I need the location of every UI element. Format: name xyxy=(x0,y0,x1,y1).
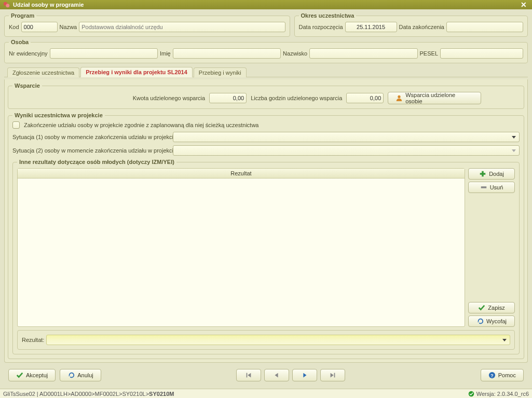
last-icon xyxy=(329,372,336,379)
button-pomoc-label: Pomoc xyxy=(498,372,516,378)
fieldset-wyniki: Wyniki uczestnictwa w projekcie Zakończe… xyxy=(8,112,524,359)
input-imie[interactable] xyxy=(173,48,281,59)
label-data-start: Data rozpoczęcia xyxy=(299,24,343,30)
input-data-start[interactable] xyxy=(345,22,397,32)
chevron-down-icon xyxy=(512,149,516,152)
label-zakonczenie: Zakończenie udziału osoby w projekcie zg… xyxy=(24,122,258,128)
next-icon xyxy=(301,372,308,379)
input-nazwa[interactable] xyxy=(79,22,285,32)
svg-text:?: ? xyxy=(490,373,493,378)
person-icon xyxy=(395,94,403,102)
status-path: GliTsSuse02 | AD0001LH>AD0000>MF0002L>SY… xyxy=(3,391,468,397)
button-zapisz[interactable]: Zapisz xyxy=(468,302,515,313)
fieldset-osoba: Osoba Nr ewidencyjny Imię Nazwisko PESEL xyxy=(4,39,528,63)
input-data-end[interactable] xyxy=(446,22,523,32)
checkbox-zakonczenie[interactable] xyxy=(12,121,20,129)
label-nazwisko: Nazwisko xyxy=(283,50,307,57)
button-zapisz-label: Zapisz xyxy=(488,305,504,311)
undo-icon xyxy=(476,318,484,325)
button-wsparcia-udzielone[interactable]: Wsparcia udzielone osobie xyxy=(388,92,481,104)
window-title: Udział osoby w programie xyxy=(13,2,519,8)
table-rezultaty: Rezultat xyxy=(17,168,465,327)
minus-icon xyxy=(480,184,487,191)
label-sytuacja1: Sytuacja (1) osoby w momencie zakończeni… xyxy=(12,134,171,140)
tab-content: Wsparcie Kwota udzielonego wsparcia Licz… xyxy=(4,79,528,363)
button-wycofaj-label: Wycofaj xyxy=(486,318,507,324)
input-kod[interactable] xyxy=(21,22,58,32)
select-rezultat-bottom[interactable] xyxy=(46,335,510,345)
button-prev[interactable] xyxy=(264,369,289,381)
label-nazwa: Nazwa xyxy=(60,24,77,30)
fieldset-program: Program Kod Nazwa xyxy=(4,12,290,37)
titlebar: Udział osoby w programie ✕ xyxy=(0,0,532,9)
svg-point-1 xyxy=(6,4,9,7)
input-kwota[interactable] xyxy=(209,93,247,103)
button-akceptuj-label: Akceptuj xyxy=(26,372,48,378)
check-icon xyxy=(478,304,485,311)
button-anuluj[interactable]: Anuluj xyxy=(60,369,101,381)
label-godziny: Liczba godzin udzielonego wsparcia xyxy=(251,95,342,101)
nav-buttons xyxy=(236,369,345,381)
footer: Akceptuj Anuluj xyxy=(4,365,528,386)
label-sytuacja2: Sytuacja (2) osoby w momencie zakończeni… xyxy=(12,147,171,154)
button-dodaj[interactable]: Dodaj xyxy=(468,168,515,180)
status-version: Wersja: 2.0.34.0_rc6 xyxy=(476,391,529,397)
legend-program: Program xyxy=(9,12,36,19)
legend-wsparcie: Wsparcie xyxy=(12,83,42,89)
legend-osoba: Osoba xyxy=(9,39,31,45)
label-rezultat-bottom: Rezultat: xyxy=(22,337,44,343)
button-first[interactable] xyxy=(236,369,261,381)
plus-icon xyxy=(479,170,486,177)
button-last[interactable] xyxy=(320,369,345,381)
button-dodaj-label: Dodaj xyxy=(489,171,504,177)
svg-point-2 xyxy=(398,95,401,98)
prev-icon xyxy=(273,372,280,379)
table-header-rezultat: Rezultat xyxy=(18,169,465,179)
label-imie: Imię xyxy=(160,50,171,57)
button-usun[interactable]: Usuń xyxy=(468,182,515,193)
svg-point-10 xyxy=(468,391,474,396)
chevron-down-icon xyxy=(502,339,507,341)
help-icon: ? xyxy=(488,372,496,379)
select-sytuacja2[interactable] xyxy=(173,145,520,156)
select-sytuacja1[interactable] xyxy=(173,132,520,142)
label-pesel: PESEL xyxy=(420,50,438,57)
check-icon xyxy=(16,372,23,379)
legend-okres: Okres uczestnictwa xyxy=(299,12,357,19)
close-button[interactable]: ✕ xyxy=(519,1,529,9)
input-pesel[interactable] xyxy=(440,48,523,59)
table-body[interactable] xyxy=(18,179,465,326)
label-data-end: Data zakończenia xyxy=(399,24,444,30)
status-ok-icon xyxy=(468,391,474,397)
input-nr-ewid[interactable] xyxy=(50,48,158,59)
legend-inne-rezultaty: Inne rezultaty dotyczące osób młodych (d… xyxy=(17,159,176,165)
statusbar: GliTsSuse02 | AD0001LH>AD0000>MF0002L>SY… xyxy=(0,389,532,398)
label-kwota: Kwota udzielonego wsparcia xyxy=(133,95,205,101)
button-usun-label: Usuń xyxy=(490,184,503,190)
input-nazwisko[interactable] xyxy=(309,48,417,59)
tab-zgloszenie[interactable]: Zgłoszenie uczestnictwa xyxy=(7,67,79,77)
status-path-current: SY0210M xyxy=(149,391,174,397)
button-pomoc[interactable]: ? Pomoc xyxy=(481,369,524,381)
undo-icon xyxy=(67,372,75,379)
first-icon xyxy=(245,372,252,379)
tab-przebieg-sl2014[interactable]: Przebieg i wyniki dla projektu SL2014 xyxy=(80,67,193,77)
tab-przebieg-wyniki[interactable]: Przebieg i wyniki xyxy=(194,67,247,77)
svg-rect-7 xyxy=(334,373,335,378)
fieldset-inne-rezultaty: Inne rezultaty dotyczące osób młodych (d… xyxy=(12,159,520,354)
button-akceptuj[interactable]: Akceptuj xyxy=(8,369,56,381)
tabs: Zgłoszenie uczestnictwa Przebieg i wynik… xyxy=(4,66,528,77)
button-next[interactable] xyxy=(292,369,317,381)
status-path-prefix: GliTsSuse02 | AD0001LH>AD0000>MF0002L>SY… xyxy=(3,391,149,397)
button-anuluj-label: Anuluj xyxy=(77,372,93,378)
input-godziny[interactable] xyxy=(346,93,384,103)
fieldset-okres: Okres uczestnictwa Data rozpoczęcia Data… xyxy=(294,12,528,37)
label-nr-ewid: Nr ewidencyjny xyxy=(9,50,48,57)
chevron-down-icon xyxy=(512,136,516,139)
button-wycofaj[interactable]: Wycofaj xyxy=(468,315,515,327)
window: Udział osoby w programie ✕ Program Kod N… xyxy=(0,0,532,398)
app-icon xyxy=(3,1,10,8)
svg-rect-5 xyxy=(481,186,486,188)
fieldset-wsparcie: Wsparcie Kwota udzielonego wsparcia Licz… xyxy=(8,83,524,109)
svg-rect-6 xyxy=(247,373,248,378)
